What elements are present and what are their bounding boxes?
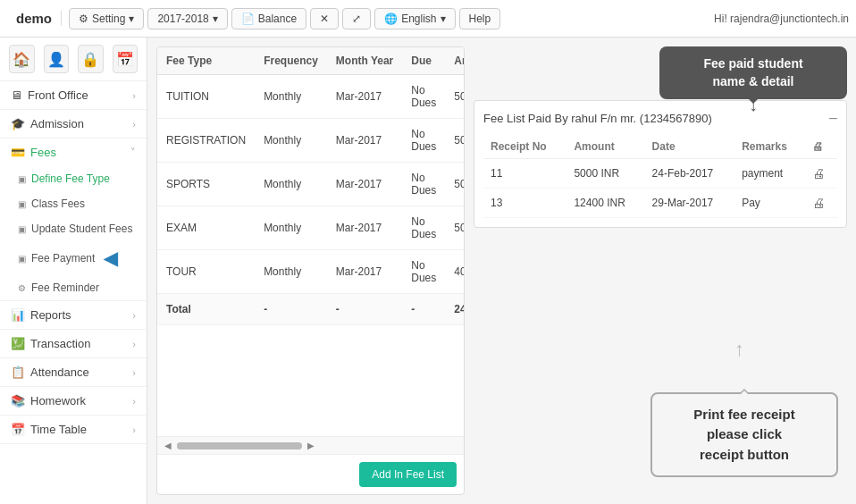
table-row: REGISTRATION Monthly Mar-2017 No Dues 50… — [157, 119, 464, 163]
sidebar-sub-class-fees[interactable]: ▣ Class Fees — [0, 191, 147, 216]
sidebar-item-attendance[interactable]: 📋 Attendance › — [0, 358, 147, 386]
nav-right: Hi! rajendra@junctiontech.in — [714, 13, 849, 25]
chevron-right-icon: › — [132, 90, 136, 101]
help-button[interactable]: Help — [459, 8, 501, 29]
language-icon: 🌐 — [384, 13, 398, 25]
sidebar-section-fees: 💳 Fees ˅ ▣ Define Fee Type ▣ Class Fees … — [0, 139, 147, 301]
collapse-button[interactable]: – — [829, 110, 837, 126]
cell-receipt-no: 11 — [483, 159, 566, 189]
cell-amount: 500 — [445, 206, 464, 250]
print-receipt-tooltip: Print fee receipt please click receipt b… — [650, 392, 838, 478]
fee-footer: Add In Fee List — [157, 454, 464, 494]
cell-due: No Dues — [402, 250, 445, 294]
sidebar-sub-fee-payment[interactable]: ▣ Fee Payment ◀ — [0, 241, 147, 275]
cell-frequency: Monthly — [255, 75, 327, 119]
sidebar-item-transaction[interactable]: 💹 Transaction › — [0, 330, 147, 357]
cell-month-year: Mar-2017 — [327, 75, 402, 119]
language-button[interactable]: 🌐 English ▾ — [374, 8, 455, 29]
scrollbar-track — [177, 442, 302, 449]
cell-date: 24-Feb-2017 — [645, 159, 735, 189]
arrow-up-indicator: ↑ — [734, 338, 744, 361]
sidebar-item-admission[interactable]: 🎓 Admission › — [0, 110, 147, 138]
sidebar: 🏠 👤 🔒 📅 🖥 Front Office › 🎓 — [0, 38, 147, 504]
sidebar-sub-update-student[interactable]: ▣ Update Student Fees — [0, 216, 147, 241]
table-row: EXAM Monthly Mar-2017 No Dues 500 — [157, 206, 464, 250]
scrollbar-thumb[interactable] — [177, 442, 302, 449]
cell-receipt-no: 13 — [483, 189, 566, 218]
cell-date: 29-Mar-2017 — [645, 189, 735, 218]
sidebar-sub-fee-reminder[interactable]: ⚙ Fee Reminder — [0, 275, 147, 300]
sidebar-item-reports[interactable]: 📊 Reports › — [0, 301, 147, 329]
content-panels: Fee Type Frequency Month Year Due Amo TU… — [156, 46, 847, 495]
add-in-fee-list-button[interactable]: Add In Fee List — [359, 462, 457, 487]
reports-icon: 📊 — [11, 308, 25, 322]
receipt-panel: Fee paid student name & detail ↓ Fee Lis… — [474, 46, 847, 495]
fee-list-card: Fee List Paid By rahul F/n mr. (12345678… — [474, 100, 847, 228]
table-row: SPORTS Monthly Mar-2017 No Dues 500 — [157, 163, 464, 206]
scroll-left-icon[interactable]: ◀ — [161, 441, 175, 450]
print-icon[interactable]: 🖨 — [812, 196, 825, 210]
sidebar-item-front-office[interactable]: 🖥 Front Office › — [0, 81, 147, 109]
student-detail-tooltip: Fee paid student name & detail ↓ — [659, 46, 847, 99]
col-amount: Amo — [445, 47, 464, 75]
chevron-down-icon: ▾ — [441, 13, 446, 25]
cell-print[interactable]: 🖨 — [805, 159, 837, 189]
total-month: - — [327, 294, 402, 325]
cell-remarks: Pay — [734, 189, 805, 218]
tooltip-down-arrow: ↓ — [749, 95, 758, 114]
col-receipt-no: Receipt No — [483, 135, 566, 159]
main-area: Fee Type Frequency Month Year Due Amo TU… — [147, 38, 856, 504]
chevron-down-icon: ▾ — [213, 13, 218, 25]
print-icon[interactable]: 🖨 — [812, 166, 825, 181]
close-button[interactable]: ✕ — [310, 8, 339, 29]
sidebar-section-reports: 📊 Reports › — [0, 301, 147, 330]
cell-type: REGISTRATION — [157, 119, 255, 163]
setting-button[interactable]: ⚙ Setting ▾ — [69, 8, 144, 29]
sidebar-item-fees[interactable]: 💳 Fees ˅ — [0, 139, 147, 166]
col-print: 🖨 — [805, 135, 837, 159]
cell-due: No Dues — [402, 119, 445, 163]
sub-icon: ▣ — [18, 174, 26, 184]
sidebar-section-timetable: 📅 Time Table › — [0, 416, 147, 444]
app-root: demo ⚙ Setting ▾ 2017-2018 ▾ 📄 Balance ✕… — [0, 0, 856, 504]
receipt-row: 13 12400 INR 29-Mar-2017 Pay 🖨 — [483, 189, 837, 218]
sidebar-section-homework: 📚 Homework › — [0, 387, 147, 416]
cell-frequency: Monthly — [255, 119, 327, 163]
lock-icon-btn[interactable]: 🔒 — [78, 45, 104, 73]
cell-print[interactable]: 🖨 — [805, 189, 837, 218]
fee-reminder-icon: ⚙ — [18, 283, 26, 293]
fee-panel: Fee Type Frequency Month Year Due Amo TU… — [156, 46, 465, 495]
sub-icon: ▣ — [18, 199, 26, 209]
sidebar-section-transaction: 💹 Transaction › — [0, 330, 147, 358]
expand-button[interactable]: ⤢ — [342, 8, 371, 29]
fee-table-wrap: Fee Type Frequency Month Year Due Amo TU… — [157, 47, 464, 436]
balance-button[interactable]: 📄 Balance — [231, 8, 306, 29]
sidebar-section-attendance: 📋 Attendance › — [0, 358, 147, 387]
sidebar-sub-define-fee[interactable]: ▣ Define Fee Type — [0, 166, 147, 191]
sidebar-section-admission: 🎓 Admission › — [0, 110, 147, 139]
table-row: TUITION Monthly Mar-2017 No Dues 500 — [157, 75, 464, 119]
calendar-icon-btn[interactable]: 📅 — [113, 45, 138, 73]
admission-icon: 🎓 — [11, 117, 25, 130]
sidebar-item-homework[interactable]: 📚 Homework › — [0, 387, 147, 415]
year-button[interactable]: 2017-2018 ▾ — [147, 8, 227, 29]
receipt-table: Receipt No Amount Date Remarks 🖨 11 5000… — [483, 135, 837, 218]
cell-amount: 400 — [445, 250, 464, 294]
cell-due: No Dues — [402, 206, 445, 250]
navbar: demo ⚙ Setting ▾ 2017-2018 ▾ 📄 Balance ✕… — [0, 0, 856, 38]
scrollbar-row: ◀ ▶ — [157, 436, 464, 454]
home-icon-btn[interactable]: 🏠 — [9, 45, 35, 73]
sidebar-item-timetable[interactable]: 📅 Time Table › — [0, 416, 147, 443]
transaction-icon: 💹 — [11, 337, 25, 350]
total-freq: - — [255, 294, 327, 325]
cell-type: TOUR — [157, 250, 255, 294]
scroll-right-icon[interactable]: ▶ — [304, 441, 318, 450]
student-icon-btn[interactable]: 👤 — [44, 45, 70, 73]
sidebar-section-front-office: 🖥 Front Office › — [0, 81, 147, 110]
fees-icon: 💳 — [11, 146, 25, 159]
chevron-right-icon: › — [132, 367, 136, 378]
sub-icon: ▣ — [18, 254, 26, 264]
col-remarks: Remarks — [734, 135, 805, 159]
cell-type: EXAM — [157, 206, 255, 250]
cell-month-year: Mar-2017 — [327, 206, 402, 250]
